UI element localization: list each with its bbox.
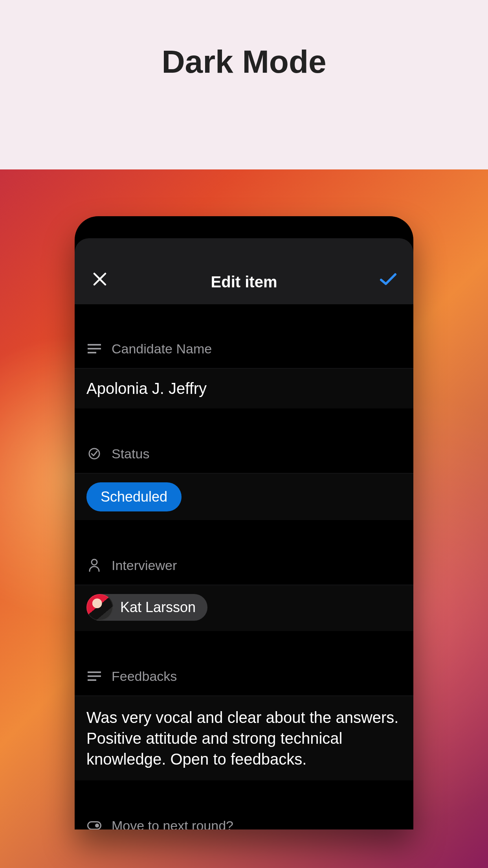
feedbacks-label: Feedbacks: [112, 669, 177, 684]
interviewer-label: Interviewer: [112, 558, 177, 573]
edit-item-sheet: Edit item Candidate Name Apolonia J. Jef…: [75, 238, 413, 829]
interviewer-label-row: Interviewer: [75, 546, 413, 585]
status-chip: Scheduled: [86, 482, 182, 511]
text-lines-icon: [86, 671, 102, 681]
status-field[interactable]: Scheduled: [75, 474, 413, 521]
candidate-name-value: Apolonia J. Jeffry: [86, 380, 207, 397]
interviewer-name: Kat Larsson: [120, 599, 196, 616]
check-circle-icon: [86, 447, 102, 460]
sheet-navbar: Edit item: [75, 238, 413, 304]
avatar: [86, 594, 113, 621]
candidate-name-label: Candidate Name: [112, 341, 212, 357]
device-frame: Edit item Candidate Name Apolonia J. Jef…: [75, 216, 413, 829]
status-value: Scheduled: [101, 489, 167, 505]
status-label-row: Status: [75, 434, 413, 474]
interviewer-field[interactable]: Kat Larsson: [75, 585, 413, 632]
person-icon: [86, 559, 102, 572]
candidate-name-label-row: Candidate Name: [75, 329, 413, 369]
checkmark-icon: [379, 271, 398, 287]
next-round-label-row: Move to next round?: [75, 806, 413, 829]
next-round-label: Move to next round?: [112, 818, 233, 829]
interviewer-chip: Kat Larsson: [86, 594, 207, 621]
confirm-button[interactable]: [376, 267, 400, 291]
text-lines-icon: [86, 344, 102, 354]
close-icon: [92, 271, 108, 287]
status-label: Status: [112, 446, 149, 462]
svg-point-0: [89, 449, 99, 459]
svg-point-3: [95, 824, 99, 828]
feedbacks-field[interactable]: Was very vocal and clear about the answe…: [75, 696, 413, 781]
sheet-title: Edit item: [112, 273, 376, 291]
feedbacks-value: Was very vocal and clear about the answe…: [86, 707, 402, 769]
toggle-icon: [86, 821, 102, 829]
close-button[interactable]: [88, 267, 112, 291]
svg-point-1: [92, 559, 97, 565]
candidate-name-field[interactable]: Apolonia J. Jeffry: [75, 369, 413, 409]
feedbacks-label-row: Feedbacks: [75, 657, 413, 696]
marketing-headline: Dark Mode: [0, 43, 488, 80]
form-content: Candidate Name Apolonia J. Jeffry Status…: [75, 304, 413, 829]
